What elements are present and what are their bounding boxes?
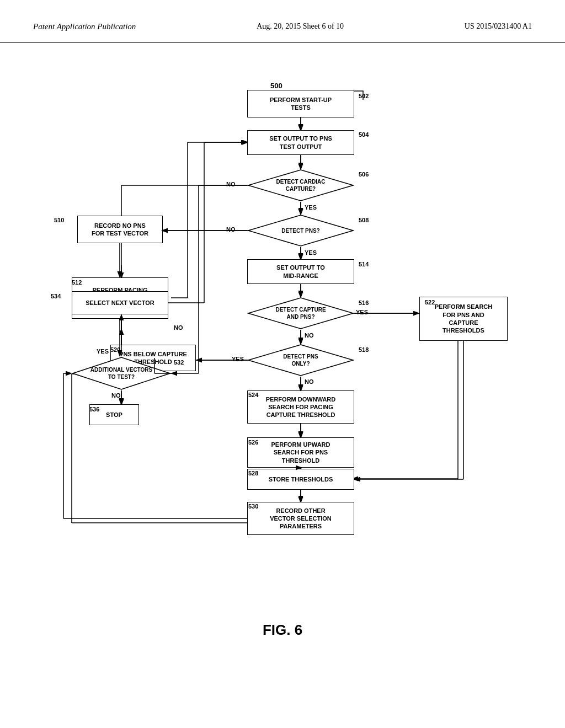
diagram-title: 500	[270, 82, 282, 90]
yes-518: YES	[232, 356, 244, 362]
label-508: 508	[359, 217, 369, 223]
yes-516: YES	[356, 309, 368, 315]
label-524: 524	[248, 392, 258, 398]
bracket-502	[353, 90, 364, 101]
label-510: 510	[54, 217, 64, 223]
label-530: 530	[248, 503, 258, 510]
yes-532: YES	[97, 348, 109, 355]
page: Patent Application Publication Aug. 20, …	[0, 0, 565, 728]
fig-caption: FIG. 6	[263, 622, 302, 639]
box-534: SELECT NEXT VECTOR	[72, 291, 168, 314]
box-504: SET OUTPUT TO PNS TEST OUTPUT	[247, 130, 354, 155]
label-534: 534	[51, 293, 61, 299]
label-520: 520	[110, 346, 120, 353]
box-530: RECORD OTHER VECTOR SELECTION PARAMETERS	[247, 502, 354, 535]
yes-506: YES	[305, 204, 317, 211]
box-528: STORE THRESHOLDS	[247, 469, 354, 490]
no-532: NO	[111, 392, 121, 399]
page-header: Patent Application Publication Aug. 20, …	[0, 0, 565, 43]
label-512: 512	[72, 279, 82, 286]
diamond-508: DETECT PNS?	[247, 214, 354, 247]
publication-label: Patent Application Publication	[33, 22, 136, 31]
no-518: NO	[305, 378, 314, 385]
diamond-532: ADDITIONAL VECTORSTO TEST?	[72, 356, 171, 390]
sheet-info: Aug. 20, 2015 Sheet 6 of 10	[257, 22, 344, 31]
no-516: NO	[305, 332, 314, 339]
label-526: 526	[248, 439, 258, 446]
no-506: NO	[226, 181, 236, 188]
label-522: 522	[425, 299, 435, 306]
label-514: 514	[359, 261, 369, 267]
label-516: 516	[359, 299, 369, 306]
box-526: PERFORM UPWARD SEARCH FOR PNS THRESHOLD	[247, 437, 354, 468]
label-518: 518	[359, 346, 369, 353]
label-528: 528	[248, 470, 258, 477]
flowchart: 500 PERFORM START-UP TESTS 502 SET OUTPU…	[0, 49, 565, 655]
no-532-right: NO	[174, 324, 183, 331]
box-502: PERFORM START-UP TESTS	[247, 90, 354, 117]
label-506: 506	[359, 171, 369, 178]
diamond-516: DETECT CAPTUREAND PNS?	[247, 297, 354, 330]
diamond-506: DETECT CARDIACCAPTURE?	[247, 169, 354, 202]
box-510: RECORD NO PNS FOR TEST VECTOR	[77, 216, 163, 243]
patent-number: US 2015/0231400 A1	[465, 22, 532, 31]
label-532: 532	[174, 359, 184, 366]
box-524: PERFORM DOWNWARD SEARCH FOR PACING CAPTU…	[247, 390, 354, 424]
no-508: NO	[226, 226, 236, 233]
diamond-518: DETECT PNSONLY?	[247, 344, 354, 377]
label-536: 536	[89, 406, 99, 413]
yes-508: YES	[305, 249, 317, 256]
label-504: 504	[359, 131, 369, 138]
box-514: SET OUTPUT TO MID-RANGE	[247, 259, 354, 284]
